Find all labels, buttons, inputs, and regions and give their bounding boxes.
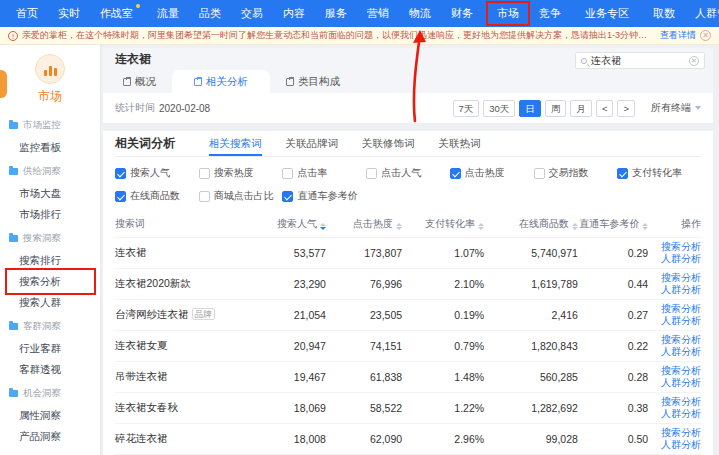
notice-close-icon[interactable]: ✕ xyxy=(700,30,711,41)
metric-checkbox-支付转化率[interactable]: 支付转化率 xyxy=(617,166,701,180)
action-link-搜索分析[interactable]: 搜索分析 xyxy=(648,427,701,439)
sub-tab-关联热词[interactable]: 关联热词 xyxy=(439,131,481,156)
column-header-点击热度[interactable]: 点击热度 xyxy=(326,210,402,238)
sidebar-section-市场监控: 市场监控 xyxy=(0,114,100,137)
notice-detail-link[interactable]: 查看详情 xyxy=(660,29,696,42)
range-7d-button[interactable]: 7天 xyxy=(453,100,480,117)
action-link-人群分析[interactable]: 人群分析 xyxy=(648,408,701,420)
action-link-搜索分析[interactable]: 搜索分析 xyxy=(648,396,701,408)
top-nav: 首页实时作战室流量品类交易内容服务营销物流财务市场竞争业务专区取数人群管理学院 xyxy=(0,0,719,27)
action-link-搜索分析[interactable]: 搜索分析 xyxy=(648,365,701,377)
stat-time-label: 统计时间 xyxy=(115,101,155,115)
metric-checkbox-在线商品数[interactable]: 在线商品数 xyxy=(115,189,199,203)
nav-item-内容[interactable]: 内容 xyxy=(273,0,315,27)
sidebar-item-行业客群[interactable]: 行业客群 xyxy=(0,338,100,359)
notice-text: 亲爱的掌柜，在这个特殊时期，阿里集团希望第一时间了解您生意动态和当前面临的问题，… xyxy=(22,29,656,42)
value-cell: 18,008 xyxy=(256,424,326,455)
value-cell: 53,577 xyxy=(256,238,326,269)
actions-cell: 搜索分析人群分析 xyxy=(648,393,701,424)
prev-button[interactable]: < xyxy=(596,100,614,117)
tab-category-composition[interactable]: 类目构成 xyxy=(270,70,356,93)
folder-icon xyxy=(9,122,18,129)
keyword-cell: 台湾网纱连衣裙品牌 xyxy=(115,300,256,331)
nav-item-作战室[interactable]: 作战室 xyxy=(90,0,143,27)
nav-item-财务[interactable]: 财务 xyxy=(441,0,483,27)
nav-item-取数[interactable]: 取数 xyxy=(643,0,685,27)
column-header-在线商品数[interactable]: 在线商品数 xyxy=(484,210,578,238)
metric-checkbox-交易指数[interactable]: 交易指数 xyxy=(534,166,618,180)
nav-item-业务专区[interactable]: 业务专区 xyxy=(575,0,639,27)
sidebar-item-搜索人群[interactable]: 搜索人群 xyxy=(0,292,100,313)
metric-checkbox-搜索人气[interactable]: 搜索人气 xyxy=(115,166,199,180)
column-header-搜索人气[interactable]: 搜索人气 xyxy=(256,210,326,238)
column-header-支付转化率[interactable]: 支付转化率 xyxy=(402,210,484,238)
keyword-cell: 连衣裙女春秋 xyxy=(115,393,256,424)
info-icon: ! xyxy=(8,31,18,41)
nav-item-交易[interactable]: 交易 xyxy=(231,0,273,27)
sub-tab-关联修饰词[interactable]: 关联修饰词 xyxy=(362,131,415,156)
metric-checkbox-group: 搜索人气搜索热度点击率点击人气点击热度交易指数支付转化率在线商品数商城点击占比直… xyxy=(115,157,701,210)
clear-icon[interactable]: ✕ xyxy=(689,56,699,66)
action-link-人群分析[interactable]: 人群分析 xyxy=(648,253,701,265)
nav-item-流量[interactable]: 流量 xyxy=(147,0,189,27)
action-link-搜索分析[interactable]: 搜索分析 xyxy=(648,272,701,284)
metric-label: 搜索人气 xyxy=(130,166,170,180)
nav-item-品类[interactable]: 品类 xyxy=(189,0,231,27)
nav-item-服务[interactable]: 服务 xyxy=(315,0,357,27)
action-link-人群分析[interactable]: 人群分析 xyxy=(648,284,701,296)
range-30d-button[interactable]: 30天 xyxy=(483,100,515,117)
nav-item-营销[interactable]: 营销 xyxy=(357,0,399,27)
action-link-人群分析[interactable]: 人群分析 xyxy=(648,346,701,358)
value-cell: 173,807 xyxy=(326,238,402,269)
nav-item-人群管理[interactable]: 人群管理 xyxy=(685,0,719,27)
terminal-select[interactable]: 所有终端 xyxy=(651,101,701,115)
metric-checkbox-点击热度[interactable]: 点击热度 xyxy=(450,166,534,180)
metric-checkbox-点击人气[interactable]: 点击人气 xyxy=(366,166,450,180)
metric-checkbox-直通车参考价[interactable]: 直通车参考价 xyxy=(282,189,366,203)
column-header-直通车参考价[interactable]: 直通车参考价 xyxy=(578,210,648,238)
value-cell: 1,820,843 xyxy=(484,331,578,362)
nav-item-首页[interactable]: 首页 xyxy=(6,0,48,27)
nav-item-竞争[interactable]: 竞争 xyxy=(529,0,571,27)
tab-overview[interactable]: 概况 xyxy=(107,70,172,93)
sidebar-item-客群透视[interactable]: 客群透视 xyxy=(0,359,100,380)
action-link-人群分析[interactable]: 人群分析 xyxy=(648,377,701,389)
sidebar-item-市场大盘[interactable]: 市场大盘 xyxy=(0,183,100,204)
action-link-人群分析[interactable]: 人群分析 xyxy=(648,439,701,451)
sub-tab-相关搜索词[interactable]: 相关搜索词 xyxy=(209,131,262,156)
sidebar-item-市场排行[interactable]: 市场排行 xyxy=(0,204,100,225)
actions-cell: 搜索分析人群分析 xyxy=(648,362,701,393)
metric-label: 支付转化率 xyxy=(632,166,682,180)
sidebar-item-搜索分析[interactable]: 搜索分析 xyxy=(0,271,100,292)
value-cell: 0.28 xyxy=(578,362,648,393)
nav-item-实时[interactable]: 实时 xyxy=(48,0,90,27)
action-link-搜索分析[interactable]: 搜索分析 xyxy=(648,303,701,315)
sidebar-item-产品洞察[interactable]: 产品洞察 xyxy=(0,426,100,447)
keyword-cell: 连衣裙女夏 xyxy=(115,331,256,362)
actions-cell: 搜索分析人群分析 xyxy=(648,331,701,362)
nav-item-市场[interactable]: 市场 xyxy=(487,0,529,27)
period-month-button[interactable]: 月 xyxy=(570,100,592,117)
sidebar-menu: 市场监控监控看板供给洞察市场大盘市场排行搜索洞察搜索排行搜索分析搜索人群客群洞察… xyxy=(0,114,100,447)
metric-checkbox-搜索热度[interactable]: 搜索热度 xyxy=(199,166,283,180)
sidebar-item-属性洞察[interactable]: 属性洞察 xyxy=(0,405,100,426)
nav-item-物流[interactable]: 物流 xyxy=(399,0,441,27)
next-button[interactable]: > xyxy=(617,100,635,117)
tab-related-analysis[interactable]: 相关分析 xyxy=(172,70,270,93)
period-day-button[interactable]: 日 xyxy=(519,100,541,117)
value-cell: 2.10% xyxy=(402,269,484,300)
action-link-人群分析[interactable]: 人群分析 xyxy=(648,315,701,327)
floating-widget[interactable] xyxy=(0,70,7,98)
value-cell: 0.19% xyxy=(402,300,484,331)
metric-checkbox-点击率[interactable]: 点击率 xyxy=(282,166,366,180)
table-row: 连衣裙53,577173,8071.07%5,740,9710.29搜索分析人群… xyxy=(115,238,701,269)
metric-label: 在线商品数 xyxy=(130,189,180,203)
action-link-搜索分析[interactable]: 搜索分析 xyxy=(648,241,701,253)
sub-tab-关联品牌词[interactable]: 关联品牌词 xyxy=(286,131,339,156)
table-row: 台湾网纱连衣裙品牌21,05423,5050.19%2,4160.27搜索分析人… xyxy=(115,300,701,331)
metric-checkbox-商城点击占比[interactable]: 商城点击占比 xyxy=(199,189,283,203)
sidebar-item-监控看板[interactable]: 监控看板 xyxy=(0,137,100,158)
search-input[interactable]: 连衣裙 ✕ xyxy=(575,52,705,69)
action-link-搜索分析[interactable]: 搜索分析 xyxy=(648,334,701,346)
period-week-button[interactable]: 周 xyxy=(545,100,567,117)
